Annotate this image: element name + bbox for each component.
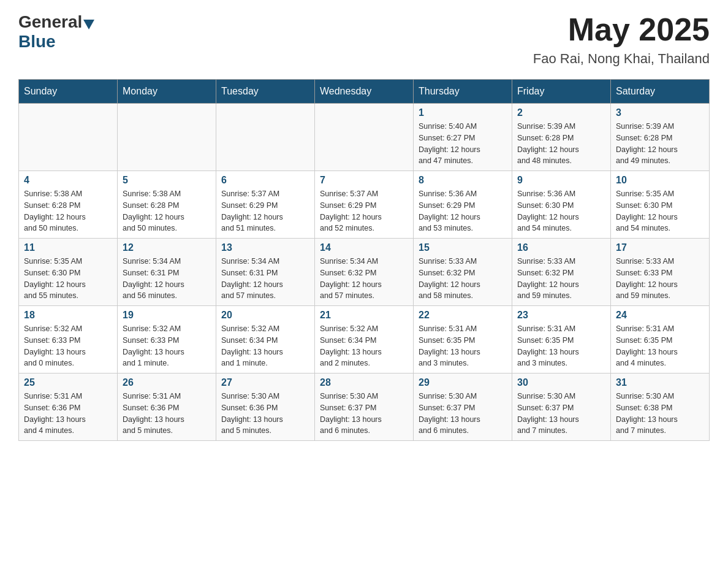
calendar-week-1: 1Sunrise: 5:40 AM Sunset: 6:27 PM Daylig… xyxy=(19,104,710,171)
day-info: Sunrise: 5:30 AM Sunset: 6:37 PM Dayligh… xyxy=(419,391,507,437)
day-info: Sunrise: 5:36 AM Sunset: 6:29 PM Dayligh… xyxy=(419,188,507,234)
day-info: Sunrise: 5:36 AM Sunset: 6:30 PM Dayligh… xyxy=(517,188,605,234)
day-number: 2 xyxy=(517,107,605,118)
day-number: 23 xyxy=(517,310,605,321)
calendar-week-4: 18Sunrise: 5:32 AM Sunset: 6:33 PM Dayli… xyxy=(19,306,710,373)
day-number: 12 xyxy=(123,242,211,253)
logo: General Blue xyxy=(18,12,94,52)
day-info: Sunrise: 5:39 AM Sunset: 6:28 PM Dayligh… xyxy=(616,121,704,167)
day-info: Sunrise: 5:32 AM Sunset: 6:33 PM Dayligh… xyxy=(24,323,112,369)
day-number: 21 xyxy=(320,310,408,321)
day-info: Sunrise: 5:31 AM Sunset: 6:35 PM Dayligh… xyxy=(419,323,507,369)
day-number: 7 xyxy=(320,175,408,186)
calendar-header-saturday: Saturday xyxy=(611,80,710,104)
day-info: Sunrise: 5:34 AM Sunset: 6:31 PM Dayligh… xyxy=(123,256,211,302)
day-info: Sunrise: 5:35 AM Sunset: 6:30 PM Dayligh… xyxy=(616,188,704,234)
calendar-cell: 9Sunrise: 5:36 AM Sunset: 6:30 PM Daylig… xyxy=(512,171,611,239)
day-number: 4 xyxy=(24,175,112,186)
calendar-cell: 19Sunrise: 5:32 AM Sunset: 6:33 PM Dayli… xyxy=(118,306,216,373)
calendar-header-monday: Monday xyxy=(118,80,216,104)
day-number: 25 xyxy=(24,377,112,388)
day-number: 24 xyxy=(616,310,704,321)
day-number: 1 xyxy=(419,107,507,118)
calendar-header-wednesday: Wednesday xyxy=(315,80,414,104)
calendar-cell: 16Sunrise: 5:33 AM Sunset: 6:32 PM Dayli… xyxy=(512,239,611,306)
day-number: 27 xyxy=(221,377,309,388)
calendar-cell: 11Sunrise: 5:35 AM Sunset: 6:30 PM Dayli… xyxy=(19,239,118,306)
day-number: 20 xyxy=(221,310,309,321)
day-info: Sunrise: 5:37 AM Sunset: 6:29 PM Dayligh… xyxy=(320,188,408,234)
calendar-cell xyxy=(315,104,414,171)
day-info: Sunrise: 5:31 AM Sunset: 6:35 PM Dayligh… xyxy=(517,323,605,369)
day-number: 28 xyxy=(320,377,408,388)
day-info: Sunrise: 5:37 AM Sunset: 6:29 PM Dayligh… xyxy=(221,188,309,234)
calendar-cell: 4Sunrise: 5:38 AM Sunset: 6:28 PM Daylig… xyxy=(19,171,118,239)
day-number: 10 xyxy=(616,175,704,186)
day-number: 16 xyxy=(517,242,605,253)
day-number: 26 xyxy=(123,377,211,388)
calendar-cell: 6Sunrise: 5:37 AM Sunset: 6:29 PM Daylig… xyxy=(216,171,315,239)
calendar-cell: 3Sunrise: 5:39 AM Sunset: 6:28 PM Daylig… xyxy=(611,104,710,171)
calendar-cell: 31Sunrise: 5:30 AM Sunset: 6:38 PM Dayli… xyxy=(611,373,710,441)
day-number: 6 xyxy=(221,175,309,186)
calendar-header-row: SundayMondayTuesdayWednesdayThursdayFrid… xyxy=(19,80,710,104)
day-number: 17 xyxy=(616,242,704,253)
day-number: 15 xyxy=(419,242,507,253)
subtitle: Fao Rai, Nong Khai, Thailand xyxy=(533,51,710,67)
calendar-cell: 5Sunrise: 5:38 AM Sunset: 6:28 PM Daylig… xyxy=(118,171,216,239)
calendar-cell: 25Sunrise: 5:31 AM Sunset: 6:36 PM Dayli… xyxy=(19,373,118,441)
day-info: Sunrise: 5:30 AM Sunset: 6:37 PM Dayligh… xyxy=(517,391,605,437)
logo-general-text: General xyxy=(18,12,82,32)
calendar-cell: 10Sunrise: 5:35 AM Sunset: 6:30 PM Dayli… xyxy=(611,171,710,239)
day-info: Sunrise: 5:33 AM Sunset: 6:32 PM Dayligh… xyxy=(517,256,605,302)
day-number: 3 xyxy=(616,107,704,118)
day-info: Sunrise: 5:33 AM Sunset: 6:33 PM Dayligh… xyxy=(616,256,704,302)
calendar-table: SundayMondayTuesdayWednesdayThursdayFrid… xyxy=(18,79,710,441)
calendar-cell: 14Sunrise: 5:34 AM Sunset: 6:32 PM Dayli… xyxy=(315,239,414,306)
day-info: Sunrise: 5:38 AM Sunset: 6:28 PM Dayligh… xyxy=(24,188,112,234)
day-info: Sunrise: 5:32 AM Sunset: 6:34 PM Dayligh… xyxy=(221,323,309,369)
day-info: Sunrise: 5:40 AM Sunset: 6:27 PM Dayligh… xyxy=(419,121,507,167)
day-info: Sunrise: 5:31 AM Sunset: 6:36 PM Dayligh… xyxy=(123,391,211,437)
calendar-cell: 17Sunrise: 5:33 AM Sunset: 6:33 PM Dayli… xyxy=(611,239,710,306)
calendar-cell xyxy=(118,104,216,171)
main-title: May 2025 xyxy=(533,12,710,47)
day-number: 14 xyxy=(320,242,408,253)
calendar-cell xyxy=(216,104,315,171)
day-info: Sunrise: 5:33 AM Sunset: 6:32 PM Dayligh… xyxy=(419,256,507,302)
day-info: Sunrise: 5:38 AM Sunset: 6:28 PM Dayligh… xyxy=(123,188,211,234)
page-header: General Blue May 2025 Fao Rai, Nong Khai… xyxy=(18,12,710,67)
day-number: 18 xyxy=(24,310,112,321)
calendar-cell xyxy=(19,104,118,171)
calendar-cell: 8Sunrise: 5:36 AM Sunset: 6:29 PM Daylig… xyxy=(414,171,512,239)
calendar-cell: 22Sunrise: 5:31 AM Sunset: 6:35 PM Dayli… xyxy=(414,306,512,373)
calendar-cell: 21Sunrise: 5:32 AM Sunset: 6:34 PM Dayli… xyxy=(315,306,414,373)
day-info: Sunrise: 5:34 AM Sunset: 6:32 PM Dayligh… xyxy=(320,256,408,302)
day-info: Sunrise: 5:39 AM Sunset: 6:28 PM Dayligh… xyxy=(517,121,605,167)
calendar-cell: 7Sunrise: 5:37 AM Sunset: 6:29 PM Daylig… xyxy=(315,171,414,239)
calendar-cell: 15Sunrise: 5:33 AM Sunset: 6:32 PM Dayli… xyxy=(414,239,512,306)
day-number: 5 xyxy=(123,175,211,186)
calendar-header-thursday: Thursday xyxy=(414,80,512,104)
day-info: Sunrise: 5:34 AM Sunset: 6:31 PM Dayligh… xyxy=(221,256,309,302)
day-number: 29 xyxy=(419,377,507,388)
calendar-week-3: 11Sunrise: 5:35 AM Sunset: 6:30 PM Dayli… xyxy=(19,239,710,306)
calendar-week-2: 4Sunrise: 5:38 AM Sunset: 6:28 PM Daylig… xyxy=(19,171,710,239)
title-section: May 2025 Fao Rai, Nong Khai, Thailand xyxy=(533,12,710,67)
day-number: 13 xyxy=(221,242,309,253)
day-info: Sunrise: 5:32 AM Sunset: 6:33 PM Dayligh… xyxy=(123,323,211,369)
day-number: 9 xyxy=(517,175,605,186)
calendar-week-5: 25Sunrise: 5:31 AM Sunset: 6:36 PM Dayli… xyxy=(19,373,710,441)
day-info: Sunrise: 5:30 AM Sunset: 6:38 PM Dayligh… xyxy=(616,391,704,437)
day-info: Sunrise: 5:32 AM Sunset: 6:34 PM Dayligh… xyxy=(320,323,408,369)
day-number: 30 xyxy=(517,377,605,388)
calendar-cell: 20Sunrise: 5:32 AM Sunset: 6:34 PM Dayli… xyxy=(216,306,315,373)
day-info: Sunrise: 5:35 AM Sunset: 6:30 PM Dayligh… xyxy=(24,256,112,302)
day-number: 22 xyxy=(419,310,507,321)
calendar-header-tuesday: Tuesday xyxy=(216,80,315,104)
day-number: 8 xyxy=(419,175,507,186)
calendar-cell: 18Sunrise: 5:32 AM Sunset: 6:33 PM Dayli… xyxy=(19,306,118,373)
day-info: Sunrise: 5:31 AM Sunset: 6:36 PM Dayligh… xyxy=(24,391,112,437)
calendar-cell: 29Sunrise: 5:30 AM Sunset: 6:37 PM Dayli… xyxy=(414,373,512,441)
calendar-cell: 27Sunrise: 5:30 AM Sunset: 6:36 PM Dayli… xyxy=(216,373,315,441)
